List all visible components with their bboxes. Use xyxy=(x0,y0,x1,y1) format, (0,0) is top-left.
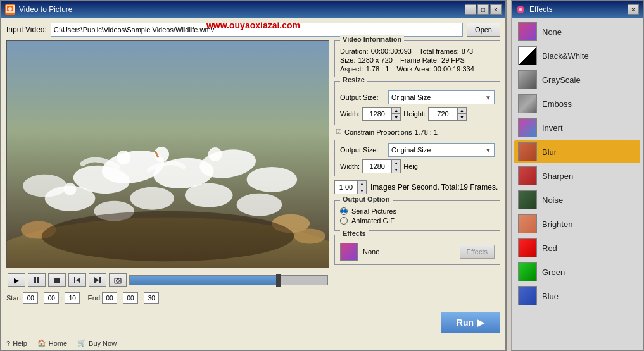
title-bar-left: Video to Picture xyxy=(5,4,73,15)
end-label: End xyxy=(87,294,100,302)
maximize-button[interactable]: □ xyxy=(477,4,489,15)
size2-row: Width: ▲ ▼ Heig xyxy=(340,159,495,173)
video-preview xyxy=(6,40,329,268)
output-size2-dropdown[interactable]: Original Size ▼ xyxy=(388,143,495,157)
home-link[interactable]: 🏠 Home xyxy=(37,339,67,347)
effect-item-noise[interactable]: Noise xyxy=(514,188,640,211)
effect-item-green[interactable]: Green xyxy=(514,261,640,283)
output-option-title: Output Option xyxy=(340,195,393,203)
prev-button[interactable] xyxy=(68,273,86,287)
effect-item-brighten[interactable]: Brighten xyxy=(514,212,640,235)
help-link[interactable]: ? Help xyxy=(6,340,27,347)
next-button[interactable] xyxy=(89,273,106,287)
effect-item-emboss[interactable]: Emboss xyxy=(514,92,640,115)
gif-radio[interactable] xyxy=(340,217,348,225)
screenshot-button[interactable] xyxy=(109,273,127,287)
effect-label-noise: Noise xyxy=(542,195,563,205)
constrain-text: Constrain Proportions xyxy=(344,128,412,136)
effect-img-blue xyxy=(519,287,536,305)
minimize-button[interactable]: _ xyxy=(465,4,476,15)
width2-down-spinner[interactable]: ▼ xyxy=(391,166,400,173)
svg-point-23 xyxy=(42,211,294,262)
stop-button[interactable] xyxy=(48,273,66,287)
video-content xyxy=(7,41,329,268)
fps-row: ▲ ▼ Images Per Second. Total:19 Frames. xyxy=(334,180,500,194)
effect-img-none xyxy=(519,23,536,40)
work-area-label: Work Area: xyxy=(396,65,431,73)
width-input[interactable] xyxy=(363,108,391,120)
start-s-input[interactable] xyxy=(65,292,80,304)
width-spinners: ▲ ▼ xyxy=(391,108,400,120)
start-m-input[interactable] xyxy=(44,292,59,304)
effect-thumb-blur xyxy=(518,142,537,161)
effects-panel: Effects × None Black&White GrayScale Emb… xyxy=(511,0,644,351)
fps-label: Images Per Second. Total:19 Frames. xyxy=(370,183,498,192)
width-up-spinner[interactable]: ▲ xyxy=(391,108,400,114)
effect-item-invert[interactable]: Invert xyxy=(514,116,640,139)
effects-current-section: Effects None Effects xyxy=(334,235,500,265)
start-h-input[interactable] xyxy=(23,292,38,304)
run-button[interactable]: Run ▶ xyxy=(441,312,500,333)
svg-rect-30 xyxy=(99,277,101,283)
effect-thumb-emboss xyxy=(518,94,537,113)
fps-down-spinner[interactable]: ▼ xyxy=(357,187,366,194)
width2-up-spinner[interactable]: ▲ xyxy=(391,160,400,166)
effect-item-red[interactable]: Red xyxy=(514,237,640,259)
title-buttons: _ □ × xyxy=(465,4,502,15)
dropdown2-arrow-icon: ▼ xyxy=(485,147,491,154)
duration-label: Duration: xyxy=(340,47,369,55)
effects-title-icon xyxy=(515,4,526,15)
width-input-group: ▲ ▼ xyxy=(362,107,401,121)
size-row: Width: ▲ ▼ Height: xyxy=(340,107,495,121)
fps-input[interactable] xyxy=(335,181,357,194)
effect-label-grayscale: GrayScale xyxy=(542,75,581,85)
progress-thumb[interactable] xyxy=(276,274,281,287)
effect-item-bw[interactable]: Black&White xyxy=(514,44,640,67)
main-window: Video to Picture _ □ × www.ouyaoxiazai.c… xyxy=(0,0,507,351)
help-label: Help xyxy=(13,340,27,347)
effect-item-blue[interactable]: Blue xyxy=(514,285,640,307)
svg-rect-28 xyxy=(74,277,75,283)
end-h-input[interactable] xyxy=(102,292,117,304)
video-info-section: Video Information Duration: 00:00:30:093… xyxy=(334,40,500,77)
height-input-group: ▲ ▼ xyxy=(428,107,467,121)
buy-label: Buy Now xyxy=(89,340,117,347)
width2-input[interactable] xyxy=(363,160,391,173)
play-button[interactable]: ▶ xyxy=(8,273,25,287)
frame-rate-label: Frame Rate: xyxy=(400,56,439,64)
effects-button[interactable]: Effects xyxy=(460,245,495,259)
buy-link[interactable]: 🛒 Buy Now xyxy=(77,339,117,347)
output-size-row: Output Size: Original Size ▼ xyxy=(340,90,495,104)
serial-radio[interactable] xyxy=(340,207,348,215)
effect-item-sharpen[interactable]: Sharpen xyxy=(514,164,640,187)
svg-point-21 xyxy=(294,229,325,244)
end-s-input[interactable] xyxy=(144,292,159,304)
svg-point-19 xyxy=(208,147,222,161)
svg-point-17 xyxy=(64,183,77,195)
title-text: Video to Picture xyxy=(19,5,73,14)
effect-item-none[interactable]: None xyxy=(514,20,640,43)
info-panel: Video Information Duration: 00:00:30:093… xyxy=(334,40,500,304)
effect-item-grayscale[interactable]: GrayScale xyxy=(514,68,640,91)
height-down-spinner[interactable]: ▼ xyxy=(457,114,466,120)
open-button[interactable]: Open xyxy=(467,23,500,37)
width-down-spinner[interactable]: ▼ xyxy=(391,114,400,120)
effect-img-grayscale xyxy=(519,71,536,89)
output-size-dropdown[interactable]: Original Size ▼ xyxy=(388,90,495,104)
effect-item-blur[interactable]: Blur xyxy=(514,140,640,163)
total-frames-val: 873 xyxy=(462,47,473,55)
progress-bar[interactable] xyxy=(129,275,328,285)
end-m-input[interactable] xyxy=(123,292,138,304)
resize-section: Resize Output Size: Original Size ▼ Widt… xyxy=(334,81,500,125)
effects-close-button[interactable]: × xyxy=(628,4,639,15)
pause-button[interactable] xyxy=(28,273,46,287)
effects-title-text: Effects xyxy=(529,5,552,14)
height-input[interactable] xyxy=(429,108,457,120)
close-button[interactable]: × xyxy=(490,4,502,15)
svg-rect-24 xyxy=(34,277,36,283)
time-row: Start : : End : : xyxy=(6,292,329,304)
fps-up-spinner[interactable]: ▲ xyxy=(357,181,366,187)
progress-fill xyxy=(130,276,278,285)
height-up-spinner[interactable]: ▲ xyxy=(457,108,466,114)
video-panel: ▶ xyxy=(6,40,329,304)
